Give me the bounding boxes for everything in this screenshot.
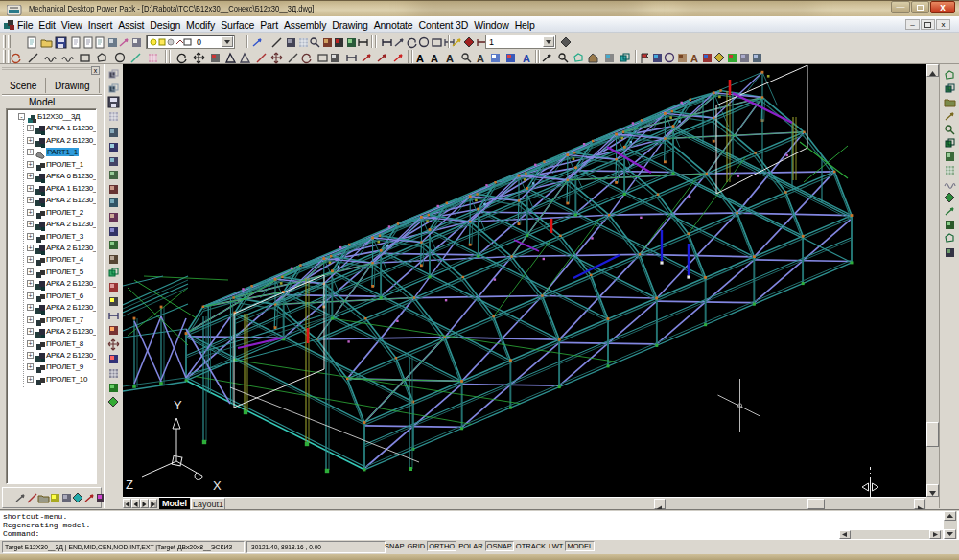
svg-text:Y: Y <box>174 398 182 412</box>
svg-text:A: A <box>477 53 484 64</box>
svg-text:Z: Z <box>126 478 133 492</box>
svg-text:A: A <box>446 53 454 64</box>
svg-text:A: A <box>690 53 698 64</box>
svg-text:A: A <box>416 53 424 64</box>
svg-text:A: A <box>431 53 438 64</box>
svg-text:X: X <box>213 478 222 493</box>
svg-text:A: A <box>523 53 530 64</box>
